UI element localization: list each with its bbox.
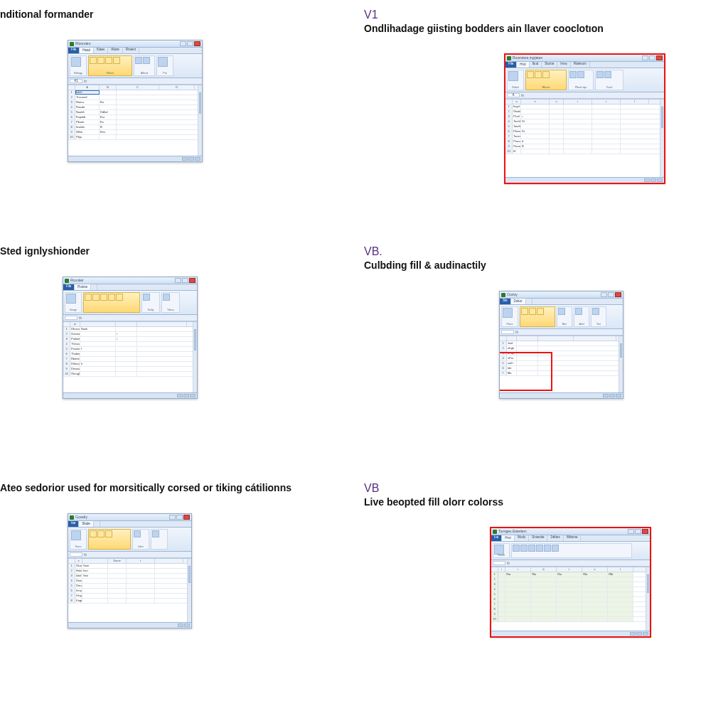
ribbon-icon[interactable] bbox=[537, 308, 544, 315]
cell[interactable] bbox=[608, 597, 633, 601]
tab[interactable]: Irvss bbox=[557, 62, 571, 68]
row-header[interactable]: 4 bbox=[63, 342, 70, 346]
ribbon-icon[interactable] bbox=[97, 57, 105, 64]
cell[interactable]: Pbja bbox=[75, 135, 100, 139]
table-row[interactable]: 6PleenHerslsSt bbox=[505, 129, 664, 134]
cell[interactable] bbox=[498, 572, 505, 577]
cell[interactable]: Fepaldr bbox=[75, 115, 100, 119]
ribbon-icon[interactable] bbox=[575, 308, 582, 315]
paste-icon[interactable] bbox=[66, 294, 76, 304]
cell[interactable]: h bbox=[80, 362, 116, 366]
view-button[interactable] bbox=[603, 394, 609, 397]
cell[interactable] bbox=[564, 129, 592, 134]
cell[interactable] bbox=[127, 599, 155, 603]
cell[interactable] bbox=[116, 352, 137, 356]
tab[interactable]: Kiaes bbox=[94, 48, 108, 53]
cell[interactable] bbox=[127, 589, 155, 593]
cell[interactable] bbox=[100, 105, 117, 109]
cell[interactable] bbox=[82, 584, 108, 588]
cell[interactable] bbox=[557, 597, 582, 601]
cell[interactable] bbox=[116, 357, 137, 361]
view-button[interactable] bbox=[195, 157, 200, 161]
cell[interactable] bbox=[127, 594, 155, 598]
cell[interactable]: i bbox=[116, 337, 137, 341]
minimize-button[interactable] bbox=[169, 515, 176, 520]
col-header[interactable]: t bbox=[608, 567, 633, 572]
table-row[interactable]: 2Tusound bbox=[68, 95, 202, 100]
col-header[interactable] bbox=[517, 336, 538, 341]
cell[interactable] bbox=[521, 134, 550, 139]
cell[interactable] bbox=[505, 607, 531, 611]
cell[interactable] bbox=[592, 134, 621, 139]
cell[interactable]: Insdds bbox=[75, 125, 100, 129]
table-row[interactable]: 1SluodSam bbox=[68, 564, 191, 569]
cell[interactable] bbox=[557, 587, 582, 592]
row-header[interactable]: 6 bbox=[68, 115, 75, 119]
cell[interactable] bbox=[505, 597, 531, 601]
cell[interactable] bbox=[608, 602, 633, 606]
col-header[interactable]: n bbox=[521, 100, 550, 104]
cell[interactable] bbox=[557, 617, 582, 621]
ribbon-icon[interactable] bbox=[521, 308, 528, 315]
tab[interactable] bbox=[91, 284, 97, 290]
cell[interactable] bbox=[498, 602, 505, 606]
col-header[interactable]: A bbox=[75, 85, 100, 90]
table-row[interactable]: 1Isbel bbox=[68, 90, 202, 95]
row-header[interactable]: 6 bbox=[505, 129, 513, 134]
row-header[interactable]: 2 bbox=[68, 569, 75, 573]
cell[interactable] bbox=[531, 607, 557, 611]
row-header[interactable]: 9 bbox=[491, 612, 498, 616]
cell[interactable]: Sluod bbox=[75, 564, 82, 568]
cell[interactable] bbox=[550, 114, 564, 119]
cell[interactable] bbox=[592, 149, 621, 154]
cell[interactable] bbox=[521, 124, 550, 129]
ribbon-icon[interactable] bbox=[134, 530, 141, 537]
tab[interactable]: Wods bbox=[515, 535, 529, 541]
table-row[interactable]: 2Svimedli bbox=[63, 332, 197, 337]
row-header[interactable]: 7 bbox=[68, 120, 75, 124]
tab-file[interactable]: Iue bbox=[491, 535, 502, 541]
tab[interactable]: Rrwent bbox=[123, 48, 139, 53]
cell[interactable] bbox=[531, 587, 557, 592]
row-header[interactable]: 8 bbox=[68, 599, 75, 603]
cell[interactable]: Totoftealr bbox=[513, 124, 521, 129]
cell[interactable] bbox=[531, 617, 557, 621]
col-header[interactable]: t bbox=[127, 559, 155, 563]
col-header[interactable]: r bbox=[564, 100, 592, 104]
cell[interactable] bbox=[550, 139, 564, 144]
table-row[interactable]: 6 bbox=[491, 597, 650, 602]
cell[interactable] bbox=[127, 584, 155, 588]
row-header[interactable]: 7 bbox=[491, 602, 498, 606]
cell[interactable] bbox=[505, 577, 531, 582]
table-row[interactable]: 10Iif bbox=[505, 149, 664, 154]
scrollbar-vertical[interactable] bbox=[187, 559, 191, 622]
tab-home[interactable]: Poince bbox=[75, 284, 91, 290]
table-row[interactable]: 8Kogtl bbox=[68, 599, 191, 604]
ribbon-icon[interactable] bbox=[143, 57, 150, 64]
table-row[interactable]: 3Pirsilr bbox=[505, 114, 664, 119]
cell[interactable]: Thobent bbox=[70, 352, 80, 356]
table-row[interactable]: 8InsddsB bbox=[68, 125, 202, 130]
col-header[interactable]: t bbox=[592, 100, 621, 104]
scrollbar-vertical[interactable] bbox=[646, 567, 650, 631]
table-row[interactable]: 4 bbox=[491, 587, 650, 592]
close-button[interactable] bbox=[615, 292, 621, 297]
cell[interactable]: Esr bbox=[100, 115, 117, 119]
view-button[interactable] bbox=[188, 157, 194, 161]
row-header[interactable]: 3 bbox=[491, 582, 498, 587]
row-header[interactable]: 1 bbox=[505, 105, 513, 109]
cell[interactable]: Thinssv bbox=[70, 342, 80, 346]
ribbon-icon[interactable] bbox=[90, 57, 97, 64]
minimize-button[interactable] bbox=[642, 55, 648, 60]
cell[interactable] bbox=[557, 582, 582, 587]
row-header[interactable]: 8 bbox=[491, 607, 498, 611]
tab[interactable]: Rdeinom bbox=[571, 62, 590, 68]
cell[interactable] bbox=[557, 612, 582, 616]
ribbon-icon[interactable] bbox=[513, 545, 520, 552]
cell[interactable]: PosrinnCeka bbox=[70, 347, 80, 351]
view-button[interactable] bbox=[644, 178, 650, 182]
maximize-button[interactable] bbox=[635, 529, 641, 534]
cell[interactable] bbox=[80, 337, 116, 341]
row-header[interactable]: 4 bbox=[505, 119, 513, 124]
name-box[interactable]: A bbox=[507, 93, 520, 97]
